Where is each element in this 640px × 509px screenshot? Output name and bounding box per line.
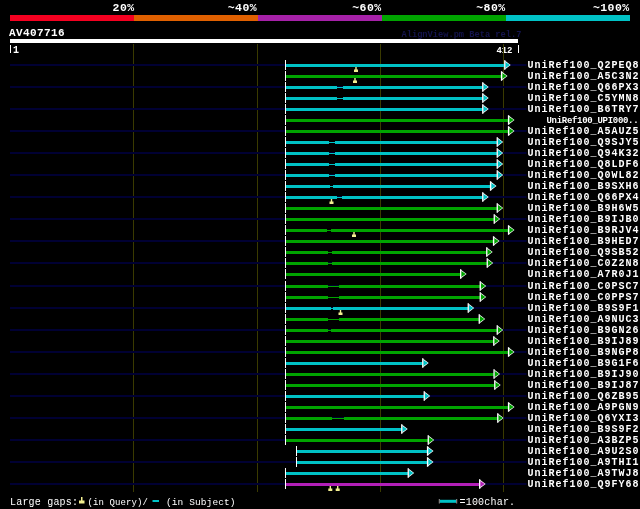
svg-text:~60%: ~60% [352,1,381,14]
svg-text:UniRef100_B9SXH6: UniRef100_B9SXH6 [528,181,640,192]
svg-text:UniRef100_A9PGN9: UniRef100_A9PGN9 [528,402,640,413]
svg-text:412: 412 [497,46,513,56]
svg-text:UniRef100_B9S9F2: UniRef100_B9S9F2 [528,424,640,435]
svg-text:UniRef100_Q8LDF6: UniRef100_Q8LDF6 [528,159,640,170]
svg-text:UniRef100_B9IJ89: UniRef100_B9IJ89 [528,336,640,347]
svg-text:UniRef100_B9G1F6: UniRef100_B9G1F6 [528,358,640,369]
svg-text:UniRef100_B9H6W5: UniRef100_B9H6W5 [528,203,640,214]
svg-text:UniRef100_B9GN26: UniRef100_B9GN26 [528,325,640,336]
svg-text:UniRef100_B9NGP8: UniRef100_B9NGP8 [528,347,640,358]
svg-text:UniRef100_Q94K32: UniRef100_Q94K32 [528,148,640,159]
svg-text:UniRef100_A5AUZ5: UniRef100_A5AUZ5 [528,126,640,137]
svg-text:AV407716: AV407716 [9,27,65,39]
svg-text:UniRef100_Q66PX3: UniRef100_Q66PX3 [528,82,640,93]
svg-text:UniRef100_A7R0J1: UniRef100_A7R0J1 [528,269,640,280]
svg-text:UniRef100_A9TWJ8: UniRef100_A9TWJ8 [528,468,640,479]
svg-text:=100char.: =100char. [460,497,516,508]
svg-text:UniRef100_UPI000..: UniRef100_UPI000.. [547,116,639,126]
svg-text:1: 1 [13,45,19,56]
svg-text:UniRef100_A9THI1: UniRef100_A9THI1 [528,457,640,468]
svg-text:(in Subject): (in Subject) [166,497,236,508]
svg-text:UniRef100_B9RJV4: UniRef100_B9RJV4 [528,225,640,236]
svg-text:UniRef100_Q6YXI3: UniRef100_Q6YXI3 [528,413,640,424]
svg-text:UniRef100_Q66PX4: UniRef100_Q66PX4 [528,192,640,203]
svg-text:~40%: ~40% [228,1,257,14]
svg-text:UniRef100_B9S9F1: UniRef100_B9S9F1 [528,303,640,314]
svg-text:UniRef100_Q9SB52: UniRef100_Q9SB52 [528,247,640,258]
svg-text:20%: 20% [113,1,135,14]
svg-text:~80%: ~80% [476,1,505,14]
svg-text:UniRef100_Q2PEQ8: UniRef100_Q2PEQ8 [528,60,640,71]
svg-text:UniRef100_C0Z2N8: UniRef100_C0Z2N8 [528,258,640,269]
svg-text:UniRef100_C5YMN8: UniRef100_C5YMN8 [528,93,640,104]
svg-text:Large gaps:: Large gaps: [10,497,78,508]
svg-text:AlignView.pm Beta rel.7: AlignView.pm Beta rel.7 [402,30,522,40]
svg-text:UniRef100_Q9FY68: UniRef100_Q9FY68 [528,479,640,490]
svg-text:UniRef100_C0PSC7: UniRef100_C0PSC7 [528,281,640,292]
svg-text:(in Query)/: (in Query)/ [88,498,149,508]
svg-text:UniRef100_Q9SJY5: UniRef100_Q9SJY5 [528,137,640,148]
svg-text:UniRef100_B9IJ87: UniRef100_B9IJ87 [528,380,640,391]
svg-text:UniRef100_B6TRY7: UniRef100_B6TRY7 [528,104,640,115]
svg-text:UniRef100_B9HED7: UniRef100_B9HED7 [528,236,640,247]
svg-text:UniRef100_A9NUC3: UniRef100_A9NUC3 [528,314,640,325]
svg-text:UniRef100_Q0WL82: UniRef100_Q0WL82 [528,170,640,181]
svg-text:UniRef100_B9IJB0: UniRef100_B9IJB0 [528,214,640,225]
svg-text:UniRef100_A3BZP5: UniRef100_A3BZP5 [528,435,640,446]
svg-text:UniRef100_B9IJ90: UniRef100_B9IJ90 [528,369,640,380]
svg-text:UniRef100_C0PPS7: UniRef100_C0PPS7 [528,292,640,303]
svg-text:UniRef100_A9U2S0: UniRef100_A9U2S0 [528,446,640,457]
svg-text:~100%: ~100% [593,1,630,14]
svg-text:UniRef100_Q6ZB95: UniRef100_Q6ZB95 [528,391,640,402]
svg-text:UniRef100_A5C3N2: UniRef100_A5C3N2 [528,71,640,82]
